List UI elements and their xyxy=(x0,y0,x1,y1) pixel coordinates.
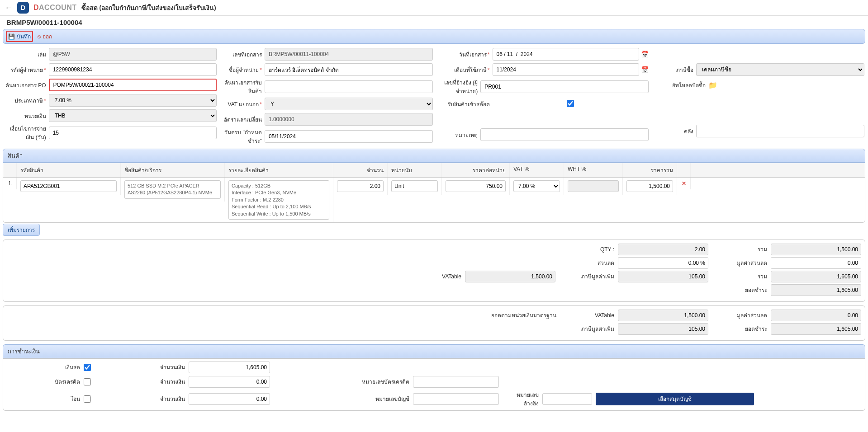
select-account-button[interactable]: เลือกสมุดบัญชี xyxy=(596,393,754,405)
select-currency[interactable]: THB xyxy=(49,109,217,122)
label-search-receive: ค้นหาเอกสารรับสินค้า xyxy=(219,78,262,95)
brand-text: DACCOUNT xyxy=(33,4,77,12)
check-cash[interactable] xyxy=(84,364,91,371)
items-grid: รหัสสินค้า ชื่อสินค้า/บริการ รายละเอียดส… xyxy=(3,163,865,223)
label-payment-term: เงื่อนไขการจ่ายเงิน (วัน) xyxy=(4,124,46,141)
field-book: @P5W xyxy=(49,48,217,61)
label-vat-extract: VAT แยกนอก xyxy=(219,100,262,108)
input-due-date[interactable] xyxy=(265,130,433,143)
input-ref-no[interactable] xyxy=(480,80,649,93)
std-vat-amt xyxy=(618,323,708,335)
total-discount-amt[interactable] xyxy=(771,257,861,269)
input-remark[interactable] xyxy=(480,128,649,141)
input-credit-amt[interactable] xyxy=(189,376,270,388)
label-ref-no: เลขที่อ้างอิง (ผู้จำหน่าย) xyxy=(436,78,478,95)
totals-panel: QTY : รวม ส่วนลด มูลค่าส่วนลด VATable ภา… xyxy=(3,239,865,302)
cell-vat[interactable]: 7.00 % xyxy=(513,180,560,192)
label-buy-tax: ภาษีซื้อ xyxy=(651,66,694,74)
input-search-po[interactable] xyxy=(49,79,217,91)
label-remark: หมายเหตุ xyxy=(436,131,478,139)
label-cash: เงินสด xyxy=(8,363,80,371)
input-credit-no[interactable] xyxy=(413,376,499,388)
input-transfer-amt[interactable] xyxy=(189,393,270,405)
label-transfer: โอน xyxy=(8,394,80,403)
exit-icon: ⎋ xyxy=(38,33,41,40)
select-tax-type[interactable]: 7.00 % xyxy=(49,94,217,107)
label-warehouse: คลัง xyxy=(651,127,694,136)
save-button[interactable]: 💾 บันทึก xyxy=(6,31,33,42)
add-item-button[interactable]: เพิ่มรายการ xyxy=(3,224,40,236)
label-credit: บัตรเครดิต xyxy=(8,377,80,386)
calendar-icon[interactable]: 📅 xyxy=(641,51,649,58)
field-exchange-rate: 1.0000000 xyxy=(265,113,433,126)
cell-code[interactable] xyxy=(20,180,117,192)
label-tax-month: เดือนที่ใช้ภาษี xyxy=(436,66,490,74)
cell-qty[interactable] xyxy=(337,180,384,192)
input-vendor-name[interactable] xyxy=(265,63,433,76)
payment-panel: เงินสด จำนวนเงิน บัตรเครดิต จำนวนเงิน หม… xyxy=(3,358,865,411)
table-row: 1. 512 GB SSD M.2 PCIe APACER AS2280 (AP… xyxy=(3,178,865,222)
label-vendor-name: ชื่อผู้จำหน่าย xyxy=(219,66,262,74)
std-vatable xyxy=(618,310,708,321)
input-payment-term[interactable] xyxy=(49,127,217,139)
input-vendor-code[interactable] xyxy=(49,63,217,76)
total-payable xyxy=(771,284,861,296)
folder-icon[interactable]: 📁 xyxy=(708,81,717,89)
total-qty xyxy=(618,244,708,255)
check-transfer[interactable] xyxy=(84,395,91,403)
label-exchange-rate: อัตราแลกเปลี่ยน xyxy=(219,115,262,124)
app-logo-icon: D xyxy=(17,2,29,14)
input-cash-amt[interactable] xyxy=(189,362,270,373)
document-number: BRMP5W/00011-100004 xyxy=(0,16,868,29)
input-tax-month[interactable] xyxy=(493,63,639,76)
calendar-icon[interactable]: 📅 xyxy=(641,66,649,73)
input-search-receive[interactable] xyxy=(265,80,433,93)
total-grand xyxy=(771,271,861,282)
input-transfer-ref[interactable] xyxy=(542,393,592,405)
cell-wht xyxy=(568,180,619,192)
page-title: ซื้อสด (ออกใบกำกับภาษี/ใบส่งของ/ใบเสร็จร… xyxy=(81,3,216,13)
input-doc-date[interactable] xyxy=(493,48,639,61)
input-warehouse[interactable] xyxy=(696,125,864,137)
select-vat-extract[interactable]: Y xyxy=(265,98,433,110)
select-buy-tax[interactable]: เคลมภาษีซื้อ xyxy=(696,63,864,76)
section-payment-title: การชำระเงิน xyxy=(3,344,865,358)
total-vatable xyxy=(465,271,555,282)
toolbar: 💾 บันทึก ⎋ ออก xyxy=(3,29,865,44)
total-vat-amt xyxy=(618,271,708,282)
std-totals-panel: ยอดตามหน่วยเงินมาตรฐานVATable มูลค่าส่วน… xyxy=(3,305,865,341)
label-doc-date: วันที่เอกสาร xyxy=(436,50,490,59)
section-items-title: สินค้า xyxy=(3,149,865,163)
exit-button[interactable]: ⎋ ออก xyxy=(38,32,52,41)
save-icon: 💾 xyxy=(8,33,15,40)
field-doc-no: BRMP5W/00011-100004 xyxy=(265,48,433,61)
cell-unitprice[interactable] xyxy=(446,180,506,192)
input-acct-no[interactable] xyxy=(413,393,499,405)
label-receive-stock: รับสินค้าเข้าสต๊อค xyxy=(436,100,490,108)
total-sum xyxy=(771,244,861,255)
label-currency: หน่วยเงิน xyxy=(4,112,46,120)
label-book: เล่ม xyxy=(4,50,46,59)
label-upload-bill: อัพโหลดบิลซื้อ xyxy=(651,81,706,89)
app-header: ← D DACCOUNT ซื้อสด (ออกใบกำกับภาษี/ใบส่… xyxy=(0,0,868,16)
label-vendor-code: รหัสผู้จำหน่าย xyxy=(4,66,46,74)
label-search-po: ค้นหาเอกสาร PO xyxy=(4,81,46,89)
delete-row-icon[interactable]: ✕ xyxy=(677,178,691,189)
label-due-date: วันครบ "กำหนดชำระ" xyxy=(219,128,262,145)
check-credit[interactable] xyxy=(84,378,91,385)
cell-desc[interactable]: Capacity : 512GB Interface : PCIe Gen3, … xyxy=(228,180,329,220)
grid-header: รหัสสินค้า ชื่อสินค้า/บริการ รายละเอียดส… xyxy=(3,163,865,178)
std-discount-amt xyxy=(771,310,861,321)
cell-unit[interactable] xyxy=(391,180,438,192)
label-tax-type: ประเภทภาษี xyxy=(4,96,46,105)
cell-total[interactable] xyxy=(626,180,673,192)
total-discount-pct[interactable] xyxy=(618,257,708,269)
back-arrow-icon[interactable]: ← xyxy=(5,3,13,13)
cell-name[interactable]: 512 GB SSD M.2 PCIe APACER AS2280 (AP512… xyxy=(124,180,221,199)
form-area: เล่ม@P5W รหัสผู้จำหน่าย ค้นหาเอกสาร PO ป… xyxy=(0,47,868,145)
check-receive-stock[interactable] xyxy=(567,100,574,107)
std-payable xyxy=(771,323,861,335)
label-doc-no: เลขที่เอกสาร xyxy=(219,50,262,59)
